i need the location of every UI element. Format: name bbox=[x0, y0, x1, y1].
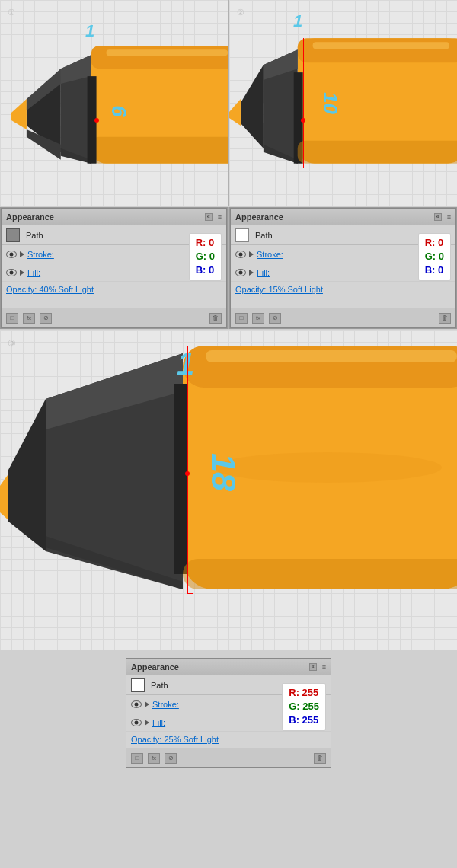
panel-1-fx-icon[interactable]: fx bbox=[23, 313, 35, 324]
canvas-panel-2: ② 1 10 bbox=[229, 0, 457, 206]
guide-dot-1 bbox=[94, 118, 99, 123]
marker-number-2-label: 1 bbox=[293, 11, 302, 31]
panel-2-g: G: 0 bbox=[425, 250, 444, 263]
panel-3-controls[interactable]: « ≡ bbox=[309, 663, 326, 671]
guide-line-1v bbox=[97, 46, 97, 168]
panel-1-controls[interactable]: « ≡ bbox=[205, 213, 222, 221]
panel-1-path-label: Path bbox=[26, 231, 43, 240]
panel-1-r: R: 0 bbox=[196, 236, 215, 250]
panel-1-stroke-label: Stroke: bbox=[27, 250, 206, 259]
bottom-panel-area: Appearance « ≡ Path Stroke: Fill: bbox=[0, 652, 457, 777]
panel-2-fill-label: Fill: bbox=[257, 268, 436, 277]
panels-row: Appearance « ≡ Path Stroke: Fill: bbox=[0, 207, 457, 329]
marker-number-3-label: 1 bbox=[177, 346, 194, 382]
panel-3-titlebar: Appearance « ≡ bbox=[126, 659, 331, 675]
canvas-panel-1: ① 1 6 bbox=[0, 0, 228, 206]
panel-2-stroke-arrow[interactable] bbox=[249, 251, 254, 257]
panel-1-no-icon[interactable]: ⊘ bbox=[40, 313, 52, 324]
appearance-panel-1: Appearance « ≡ Path Stroke: Fill: bbox=[0, 207, 228, 329]
svg-rect-10 bbox=[91, 137, 228, 164]
guide-line-3h-bot bbox=[187, 593, 193, 594]
panel-2-path-label: Path bbox=[255, 231, 273, 240]
panel-3-menu[interactable]: ≡ bbox=[322, 663, 326, 671]
panel-2-rgb: R: 0 G: 0 B: 0 bbox=[418, 233, 451, 281]
panel-1-bottom: □ fx ⊘ 🗑 bbox=[2, 308, 226, 327]
panel-3-collapse[interactable]: « bbox=[309, 663, 317, 671]
canvas-large: ③ 1 18 bbox=[0, 330, 457, 650]
svg-marker-25 bbox=[8, 399, 46, 551]
panel-1-del-icon[interactable]: 🗑 bbox=[209, 313, 222, 324]
panel-2-title: Appearance bbox=[235, 212, 283, 222]
panel-3-b: B: 255 bbox=[289, 713, 319, 727]
svg-point-32 bbox=[213, 452, 442, 483]
panel-2-del-icon[interactable]: 🗑 bbox=[439, 313, 451, 324]
bottom-panel-wrap: Appearance « ≡ Path Stroke: Fill: bbox=[126, 658, 331, 768]
panel-3-add-icon[interactable]: □ bbox=[131, 753, 143, 764]
panel-1-collapse[interactable]: « bbox=[205, 213, 213, 221]
panel-2-add-icon[interactable]: □ bbox=[235, 313, 248, 324]
panel-1-path-swatch bbox=[6, 228, 20, 242]
panel-2-fill-eye[interactable] bbox=[235, 269, 246, 276]
panel-1-opacity[interactable]: Opacity: 40% Soft Light bbox=[2, 282, 226, 297]
panel-3-fill-arrow[interactable] bbox=[145, 720, 149, 726]
panel-3-stroke-arrow[interactable] bbox=[145, 701, 149, 707]
panel-2-path-swatch bbox=[235, 228, 249, 242]
panel-3-stroke-eye[interactable] bbox=[131, 700, 142, 708]
step-3-label: ③ bbox=[8, 338, 16, 349]
guide-line-3v bbox=[187, 346, 188, 593]
svg-rect-1 bbox=[91, 46, 228, 69]
panel-3-del-icon[interactable]: 🗑 bbox=[314, 753, 326, 764]
svg-rect-13 bbox=[298, 38, 457, 62]
panel-1-titlebar: Appearance « ≡ bbox=[2, 209, 226, 225]
svg-rect-31 bbox=[183, 559, 457, 589]
panel-3-fx-icon[interactable]: fx bbox=[148, 753, 160, 764]
panel-2-b: B: 0 bbox=[425, 263, 444, 277]
panel-1-fill-eye[interactable] bbox=[6, 269, 17, 276]
panel-1-fill-arrow[interactable] bbox=[20, 270, 24, 276]
panel-2-opacity[interactable]: Opacity: 15% Soft Light bbox=[231, 282, 455, 297]
panel-1-b: B: 0 bbox=[196, 263, 215, 277]
appearance-panel-3: Appearance « ≡ Path Stroke: Fill: bbox=[126, 658, 331, 768]
step-2-label: ② bbox=[237, 8, 244, 18]
panel-2-stroke-eye[interactable] bbox=[235, 251, 246, 258]
panel-3-r: R: 255 bbox=[289, 686, 319, 700]
panel-2-fx-icon[interactable]: fx bbox=[252, 313, 264, 324]
panel-3-path-label: Path bbox=[151, 681, 168, 690]
panel-2-fill-arrow[interactable] bbox=[249, 270, 254, 276]
panel-2-bottom: □ fx ⊘ 🗑 bbox=[231, 308, 455, 327]
svg-rect-20 bbox=[313, 42, 449, 49]
panel-1-g: G: 0 bbox=[196, 250, 215, 263]
panel-1-add-icon[interactable]: □ bbox=[6, 313, 18, 324]
panel-2-stroke-label: Stroke: bbox=[257, 250, 436, 259]
panel-1-menu[interactable]: ≡ bbox=[218, 213, 222, 221]
panel-1-stroke-eye[interactable] bbox=[6, 251, 17, 258]
svg-marker-26 bbox=[0, 475, 8, 519]
panel-2-collapse[interactable]: « bbox=[434, 213, 442, 221]
panel-2-menu[interactable]: ≡ bbox=[447, 213, 451, 221]
svg-rect-21 bbox=[298, 141, 457, 164]
panel-2-controls[interactable]: « ≡ bbox=[434, 213, 451, 221]
svg-marker-4 bbox=[11, 99, 27, 129]
marker-value-3: 18 bbox=[203, 453, 243, 491]
panel-1-title: Appearance bbox=[6, 212, 54, 222]
appearance-panel-2: Appearance « ≡ Path Stroke: Fill: bbox=[229, 207, 457, 329]
panel-3-opacity[interactable]: Opacity: 25% Soft Light bbox=[126, 732, 331, 747]
svg-rect-9 bbox=[107, 49, 228, 56]
marker-value-1: 6 bbox=[107, 105, 131, 117]
guide-dot-3 bbox=[185, 471, 190, 476]
svg-rect-30 bbox=[206, 350, 457, 362]
panel-3-title: Appearance bbox=[131, 662, 179, 672]
step-1-label: ① bbox=[8, 8, 15, 18]
svg-rect-29 bbox=[174, 384, 187, 574]
svg-marker-15 bbox=[241, 65, 264, 148]
panel-3-no-icon[interactable]: ⊘ bbox=[165, 753, 177, 764]
panel-3-rgb: R: 255 G: 255 B: 255 bbox=[282, 683, 326, 731]
guide-line-3h-top bbox=[187, 346, 193, 346]
panel-1-fill-label: Fill: bbox=[27, 268, 206, 277]
panel-3-g: G: 255 bbox=[289, 700, 319, 713]
panel-2-no-icon[interactable]: ⊘ bbox=[269, 313, 281, 324]
panel-3-fill-eye[interactable] bbox=[131, 719, 142, 726]
guide-dot-2 bbox=[301, 118, 305, 123]
panel-1-stroke-arrow[interactable] bbox=[20, 251, 24, 257]
panel-2-r: R: 0 bbox=[425, 236, 444, 250]
